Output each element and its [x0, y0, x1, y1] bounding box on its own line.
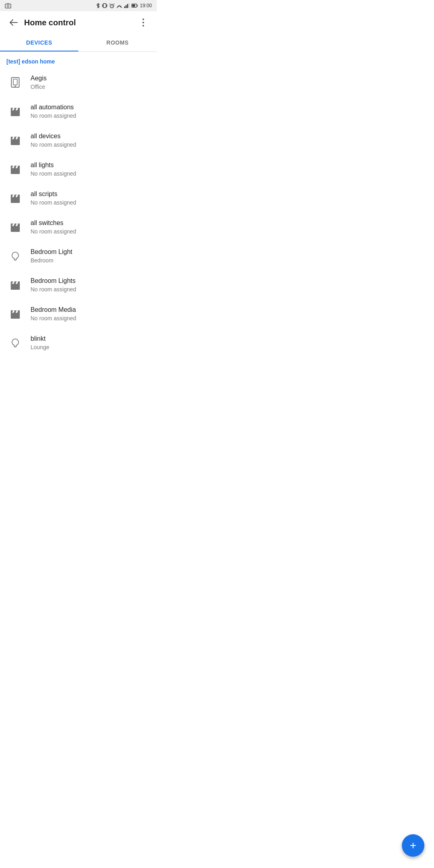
status-bar: 19:00: [0, 0, 157, 11]
back-button[interactable]: [6, 15, 21, 30]
device-icon: [6, 276, 24, 294]
list-item[interactable]: Bedroom Lights No room assigned: [0, 270, 157, 299]
bluetooth-icon: [96, 3, 100, 8]
svg-rect-10: [127, 4, 128, 8]
list-item[interactable]: Bedroom Light Bedroom: [0, 242, 157, 270]
device-name: blinkt: [31, 335, 49, 343]
photo-icon: [5, 3, 11, 8]
clapper-icon: [9, 221, 22, 233]
device-room: No room assigned: [31, 170, 76, 177]
list-item[interactable]: all lights No room assigned: [0, 155, 157, 184]
svg-rect-26: [11, 137, 20, 139]
tab-bar: DEVICES ROOMS: [0, 34, 157, 52]
clapper-icon: [9, 163, 22, 176]
svg-rect-30: [11, 166, 20, 168]
svg-point-1: [7, 5, 9, 7]
device-icon: [6, 160, 24, 178]
clapper-icon: [9, 134, 22, 147]
list-item[interactable]: all devices No room assigned: [0, 126, 157, 155]
device-name: all automations: [31, 103, 76, 112]
svg-rect-46: [11, 312, 20, 319]
device-icon: [6, 189, 24, 207]
svg-rect-47: [11, 310, 20, 313]
clapper-icon: [9, 307, 22, 320]
device-name: Aegis: [31, 74, 47, 83]
svg-rect-29: [11, 168, 20, 174]
page-title: Home control: [24, 18, 136, 27]
alarm-icon: [109, 3, 115, 8]
svg-rect-33: [11, 197, 20, 203]
svg-point-17: [142, 25, 144, 27]
svg-rect-11: [128, 3, 129, 8]
svg-rect-19: [13, 79, 17, 85]
device-icon: [6, 305, 24, 323]
more-icon: [142, 18, 144, 27]
list-item[interactable]: Aegis Office: [0, 68, 157, 97]
device-icon: [6, 102, 24, 120]
device-icon: [6, 247, 24, 265]
bulb-icon: [9, 250, 22, 262]
device-room: No room assigned: [31, 315, 76, 322]
list-item[interactable]: Bedroom Media No room assigned: [0, 299, 157, 328]
device-room: Lounge: [31, 344, 49, 351]
list-item[interactable]: all switches No room assigned: [0, 213, 157, 242]
battery-icon: [131, 4, 138, 8]
device-name: Bedroom Media: [31, 306, 76, 314]
toolbar: Home control: [0, 11, 157, 34]
clapper-icon: [9, 278, 22, 291]
device-icon: [6, 334, 24, 352]
svg-rect-43: [11, 281, 20, 284]
device-room: No room assigned: [31, 228, 76, 235]
svg-point-16: [142, 22, 144, 23]
svg-point-15: [142, 18, 144, 20]
clapper-icon: [9, 192, 22, 205]
status-bar-right: 19:00: [96, 3, 152, 8]
time-display: 19:00: [140, 3, 152, 8]
device-icon: [6, 218, 24, 236]
svg-rect-14: [132, 5, 135, 7]
device-room: No room assigned: [31, 286, 76, 293]
device-name: Bedroom Lights: [31, 277, 76, 285]
svg-rect-13: [137, 5, 138, 6]
list-item[interactable]: blinkt Lounge: [0, 328, 157, 357]
status-bar-left: [5, 3, 11, 8]
svg-point-20: [14, 86, 16, 87]
vibrate-icon: [102, 3, 107, 8]
home-label[interactable]: [test] edson home: [0, 52, 157, 68]
tab-rooms[interactable]: ROOMS: [78, 34, 157, 51]
svg-rect-25: [11, 139, 20, 145]
back-icon: [9, 19, 18, 26]
device-icon: [6, 131, 24, 149]
list-item[interactable]: all automations No room assigned: [0, 97, 157, 126]
device-room: Bedroom: [31, 257, 72, 264]
device-room: Office: [31, 83, 47, 90]
svg-rect-21: [11, 110, 20, 116]
svg-rect-2: [103, 4, 106, 8]
svg-rect-37: [11, 225, 20, 232]
bulb-icon: [9, 336, 22, 349]
device-icon: [6, 74, 24, 91]
clapper-icon: [9, 105, 22, 118]
cell-signal-icon: [124, 3, 129, 8]
list-item[interactable]: all scripts No room assigned: [0, 184, 157, 213]
device-room: No room assigned: [31, 141, 76, 148]
device-room: No room assigned: [31, 112, 76, 119]
switch-icon: [9, 76, 22, 89]
device-room: No room assigned: [31, 199, 76, 206]
more-options-button[interactable]: [136, 15, 150, 30]
svg-rect-0: [5, 4, 11, 8]
tab-devices[interactable]: DEVICES: [0, 34, 78, 51]
svg-rect-22: [11, 108, 20, 110]
svg-rect-8: [124, 6, 125, 8]
svg-rect-34: [11, 194, 20, 197]
device-name: Bedroom Light: [31, 248, 72, 256]
svg-rect-42: [11, 283, 20, 290]
device-name: all devices: [31, 132, 76, 141]
device-name: all scripts: [31, 190, 76, 199]
device-name: all switches: [31, 219, 76, 227]
device-list: Aegis Office all automations No room ass…: [0, 68, 157, 357]
device-name: all lights: [31, 161, 76, 170]
signal-icon: [117, 3, 122, 8]
svg-rect-9: [125, 5, 127, 8]
svg-rect-38: [11, 223, 20, 226]
